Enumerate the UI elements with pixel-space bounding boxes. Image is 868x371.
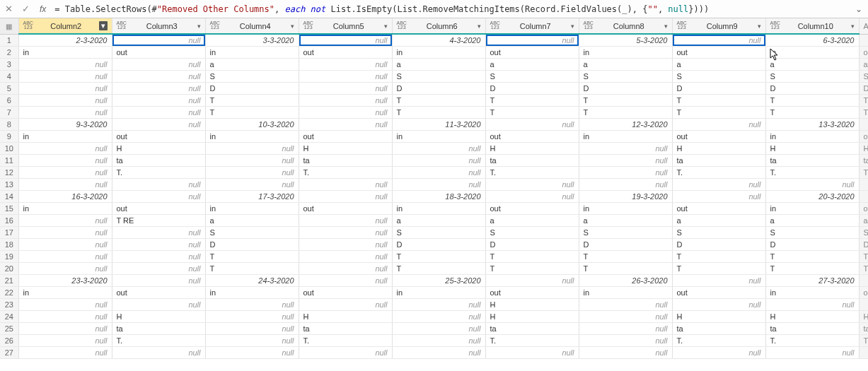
row-number-header[interactable]: ▦ xyxy=(0,18,18,34)
row-number[interactable]: 8 xyxy=(0,118,18,130)
cell[interactable]: H xyxy=(765,142,859,154)
cell[interactable]: H xyxy=(299,310,392,322)
table-row[interactable]: 9inoutinoutinoutinoutino xyxy=(0,130,868,142)
row-number[interactable]: 4 xyxy=(0,70,18,82)
cell[interactable]: T xyxy=(205,94,299,106)
column-filter-dropdown[interactable]: ▾ xyxy=(99,21,108,30)
row-number[interactable]: 16 xyxy=(0,214,18,226)
cell[interactable]: a xyxy=(485,58,579,70)
cell[interactable]: 17-3-2020 xyxy=(205,190,299,202)
cell[interactable]: null xyxy=(205,298,299,310)
cell[interactable]: T. xyxy=(485,334,579,346)
column-header-column3[interactable]: ABC123Column3▾ xyxy=(112,18,205,34)
cell[interactable]: out xyxy=(112,46,205,58)
cell[interactable]: D xyxy=(579,238,672,250)
cell[interactable]: out xyxy=(112,130,205,142)
cell[interactable]: null xyxy=(205,166,299,178)
table-row[interactable]: 6nullnullTnullTTTTTT xyxy=(0,94,868,106)
formula-input[interactable]: = Table.SelectRows(#"Removed Other Colum… xyxy=(54,4,847,14)
cell[interactable]: null xyxy=(112,82,205,94)
cell[interactable]: 19-3-2020 xyxy=(579,190,672,202)
cell[interactable]: null xyxy=(205,310,299,322)
cell[interactable]: in xyxy=(765,46,859,58)
cell[interactable]: null xyxy=(205,322,299,334)
cell[interactable]: D xyxy=(579,82,672,94)
column-header-column7[interactable]: ABC123Column7▾ xyxy=(485,18,579,34)
column-header-column4[interactable]: ABC123Column4▾ xyxy=(205,18,299,34)
column-header-column9[interactable]: ABC123Column9▾ xyxy=(672,18,765,34)
table-row[interactable]: 12nullT.nullT.nullT.nullT.T.T xyxy=(0,166,868,178)
cell[interactable]: null xyxy=(18,142,112,154)
cell[interactable]: T xyxy=(765,262,859,274)
cell[interactable]: S xyxy=(579,226,672,238)
cell[interactable]: null xyxy=(299,58,392,70)
cell[interactable]: null xyxy=(299,70,392,82)
cell[interactable]: ta xyxy=(672,322,765,334)
cell[interactable]: T xyxy=(485,262,579,274)
cell[interactable]: null xyxy=(112,70,205,82)
cell[interactable]: null xyxy=(205,142,299,154)
cell[interactable]: H xyxy=(299,142,392,154)
cell[interactable]: in xyxy=(579,286,672,298)
column-header-column2[interactable]: ABC123Column2▾ xyxy=(18,18,112,34)
cell[interactable]: T xyxy=(672,94,765,106)
cell[interactable]: null xyxy=(485,346,579,358)
cell[interactable]: T xyxy=(672,106,765,118)
cell[interactable]: D xyxy=(205,238,299,250)
cell[interactable]: 4-3-2020 xyxy=(392,34,485,46)
cell[interactable]: in xyxy=(205,46,299,58)
table-row[interactable]: 25nulltanulltanulltanulltatata xyxy=(0,322,868,334)
cell[interactable]: ta xyxy=(485,154,579,166)
cell[interactable]: null xyxy=(392,310,485,322)
cell[interactable]: S xyxy=(392,226,485,238)
cell[interactable]: null xyxy=(18,322,112,334)
cell[interactable]: null xyxy=(18,226,112,238)
cell[interactable]: H xyxy=(485,298,579,310)
cell[interactable]: null xyxy=(579,346,672,358)
cell[interactable]: T xyxy=(392,262,485,274)
cell[interactable]: null xyxy=(299,34,392,46)
cell[interactable]: null xyxy=(392,166,485,178)
row-number[interactable]: 21 xyxy=(0,274,18,286)
row-number[interactable]: 12 xyxy=(0,166,18,178)
cell[interactable]: 20-3-2020 xyxy=(765,190,859,202)
cell[interactable]: T xyxy=(579,94,672,106)
cell[interactable]: in xyxy=(18,202,112,214)
column-filter-dropdown[interactable]: ▾ xyxy=(571,23,574,30)
cell[interactable]: out xyxy=(672,202,765,214)
cell[interactable]: T xyxy=(392,250,485,262)
cell[interactable]: D xyxy=(672,238,765,250)
cell[interactable]: null xyxy=(392,346,485,358)
cell[interactable]: 24-3-2020 xyxy=(205,274,299,286)
cell[interactable]: null xyxy=(299,214,392,226)
cell[interactable]: null xyxy=(112,274,205,286)
cell[interactable]: null xyxy=(18,238,112,250)
cell[interactable]: in xyxy=(392,202,485,214)
cell[interactable]: in xyxy=(579,202,672,214)
row-number[interactable]: 11 xyxy=(0,154,18,166)
cell[interactable]: null xyxy=(18,94,112,106)
row-number[interactable]: 14 xyxy=(0,190,18,202)
cell[interactable]: in xyxy=(18,46,112,58)
cell[interactable]: null xyxy=(299,82,392,94)
cell[interactable]: null xyxy=(579,142,672,154)
cell[interactable]: 11-3-2020 xyxy=(392,118,485,130)
cell[interactable]: null xyxy=(299,190,392,202)
cell[interactable]: null xyxy=(392,322,485,334)
column-filter-dropdown[interactable]: ▾ xyxy=(197,23,201,30)
cancel-icon[interactable]: ✕ xyxy=(3,4,14,15)
table-row[interactable]: 11nulltanulltanulltanulltatata xyxy=(0,154,868,166)
cell[interactable]: null xyxy=(18,166,112,178)
cell[interactable]: null xyxy=(205,346,299,358)
table-row[interactable]: 12-3-2020null3-3-2020null4-3-2020null5-3… xyxy=(0,34,868,46)
cell[interactable]: out xyxy=(485,130,579,142)
row-number[interactable]: 10 xyxy=(0,142,18,154)
cell[interactable]: H xyxy=(672,310,765,322)
table-row[interactable]: 1416-3-2020null17-3-2020null18-3-2020nul… xyxy=(0,190,868,202)
cell[interactable]: in xyxy=(579,46,672,58)
cell[interactable]: null xyxy=(112,118,205,130)
confirm-icon[interactable]: ✓ xyxy=(20,4,31,15)
column-filter-dropdown[interactable]: ▾ xyxy=(478,23,481,30)
cell[interactable]: 25-3-2020 xyxy=(392,274,485,286)
cell[interactable]: H xyxy=(112,310,205,322)
